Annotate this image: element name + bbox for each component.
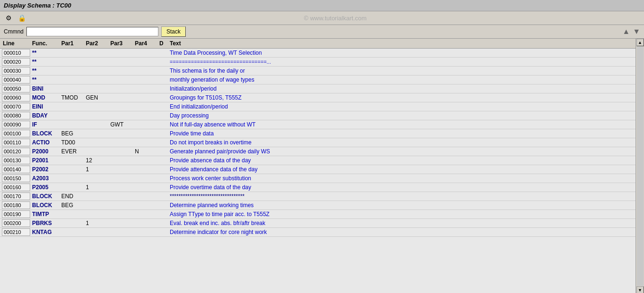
table-row[interactable]: 000180 BLOCK BEG Determine planned worki… (0, 201, 636, 210)
cell-par3 (109, 142, 133, 143)
cell-par1 (60, 232, 84, 233)
table-row[interactable]: 000080 BDAY Day processing (0, 111, 636, 120)
cell-d (158, 115, 168, 116)
table-row[interactable]: 000060 MOD TMOD GEN Groupings for T510S,… (0, 93, 636, 102)
cell-par1: TD00 (60, 139, 84, 146)
cell-line: 000120 (2, 148, 30, 155)
cell-par2 (85, 232, 108, 233)
cell-par4 (134, 196, 157, 197)
lock-icon[interactable]: 🔒 (17, 13, 26, 23)
cell-line: 000090 (2, 121, 30, 128)
cell-func: BLOCK (31, 201, 59, 209)
cell-par2 (85, 61, 108, 62)
cell-par4 (134, 142, 157, 143)
cell-d (158, 151, 168, 152)
table-row[interactable]: 000200 PBRKS 1 Eval. break end inc. abs.… (0, 219, 636, 228)
settings-icon[interactable]: ⚙ (4, 13, 13, 23)
cell-d (158, 61, 168, 62)
cell-par1: END (60, 193, 84, 200)
command-bar: Cmmnd Stack ▲ ▼ (0, 25, 644, 39)
scroll-down-arrow[interactable]: ▼ (633, 27, 640, 36)
table-row[interactable]: 000070 EINI End initialization/period (0, 102, 636, 111)
table-row[interactable]: 000040 ** monthly generation of wage typ… (0, 75, 636, 84)
table-row[interactable]: 000030 ** This schema is for the daily o… (0, 67, 636, 75)
table-row[interactable]: 000010 ** Time Data Processing, WT Selec… (0, 49, 636, 58)
cell-d (158, 232, 168, 233)
cell-par4 (134, 160, 157, 161)
cell-par4 (134, 214, 157, 215)
cell-par3 (109, 187, 133, 188)
cell-line: 000170 (2, 193, 30, 200)
table-row[interactable]: 000190 TIMTP Assign TType to time pair a… (0, 210, 636, 219)
table-row[interactable]: 000050 BINI Initialization/period (0, 84, 636, 93)
cell-func: ACTIO (31, 139, 59, 146)
header-func: Func. (31, 40, 59, 47)
cell-par1: EVER (60, 148, 84, 155)
cell-d (158, 169, 168, 170)
header-d: D (158, 40, 168, 47)
table-row[interactable]: 000090 IF GWT Not if full-day absence wi… (0, 120, 636, 129)
table-row[interactable]: 000120 P2000 EVER N Generate planned pai… (0, 147, 636, 156)
cell-text: Provide absence data of the day (169, 157, 634, 164)
cell-par4 (134, 61, 157, 62)
cell-par2 (85, 88, 108, 89)
cell-par3 (109, 232, 133, 233)
cell-par2 (85, 52, 108, 53)
cell-par1 (60, 169, 84, 170)
cell-par3 (109, 115, 133, 116)
cell-line: 000070 (2, 103, 30, 110)
scroll-up-arrow[interactable]: ▲ (622, 27, 630, 36)
cell-par2 (85, 151, 108, 152)
cell-par4 (134, 223, 157, 224)
cell-text: End initialization/period (169, 103, 634, 110)
table-row[interactable]: 000130 P2001 12 Provide absence data of … (0, 156, 636, 165)
stack-button[interactable]: Stack (161, 26, 186, 37)
command-input[interactable] (26, 27, 158, 36)
scroll-up-btn[interactable]: ▲ (636, 39, 644, 46)
cell-par1 (60, 178, 84, 179)
cell-text: Not if full-day absence without WT (169, 121, 634, 128)
cell-d (158, 205, 168, 206)
cell-par2 (85, 115, 108, 116)
scroll-track[interactable] (637, 47, 644, 286)
cell-d (158, 106, 168, 107)
table-row[interactable]: 000100 BLOCK BEG Provide time data (0, 129, 636, 138)
cell-func: MOD (31, 94, 59, 101)
cell-par2 (85, 70, 108, 71)
cell-par4 (134, 124, 157, 125)
cell-par3 (109, 70, 133, 71)
cell-par1 (60, 214, 84, 215)
cell-text: Day processing (169, 112, 634, 119)
cell-func: TIMTP (31, 210, 59, 218)
table-row[interactable]: 000160 P2005 1 Provide overtime data of … (0, 183, 636, 192)
cell-par3 (109, 196, 133, 197)
cell-par2 (85, 124, 108, 125)
table-body: 000010 ** Time Data Processing, WT Selec… (0, 49, 636, 293)
cell-func: EINI (31, 103, 59, 110)
cell-line: 000040 (2, 76, 30, 84)
title-text: Display Schema : TC00 (4, 2, 71, 9)
table-row[interactable]: 000020 ** ==============================… (0, 58, 636, 67)
cell-par3 (109, 97, 133, 98)
cell-par4 (134, 187, 157, 188)
table-row[interactable]: 000210 KNTAG Determine indicator for cor… (0, 228, 636, 237)
cell-d (158, 160, 168, 161)
cell-text: Provide time data (169, 130, 634, 137)
cell-par3 (109, 169, 133, 170)
cell-text: Determine planned working times (169, 201, 634, 209)
cell-par3 (109, 133, 133, 134)
cell-text: ********************************** (169, 193, 634, 200)
cell-d (158, 178, 168, 179)
cell-par2 (85, 79, 108, 80)
cell-par3 (109, 205, 133, 206)
vertical-scrollbar[interactable]: ▲ ▼ (636, 39, 644, 293)
scroll-down-btn[interactable]: ▼ (636, 286, 644, 293)
cell-par3 (109, 178, 133, 179)
cell-func: P2002 (31, 166, 59, 173)
cell-d (158, 214, 168, 215)
table-row[interactable]: 000170 BLOCK END ***********************… (0, 192, 636, 201)
table-row[interactable]: 000140 P2002 1 Provide attendance data o… (0, 165, 636, 174)
cell-par4 (134, 178, 157, 179)
table-row[interactable]: 000150 A2003 Process work center substit… (0, 174, 636, 183)
table-row[interactable]: 000110 ACTIO TD00 Do not import breaks i… (0, 138, 636, 147)
